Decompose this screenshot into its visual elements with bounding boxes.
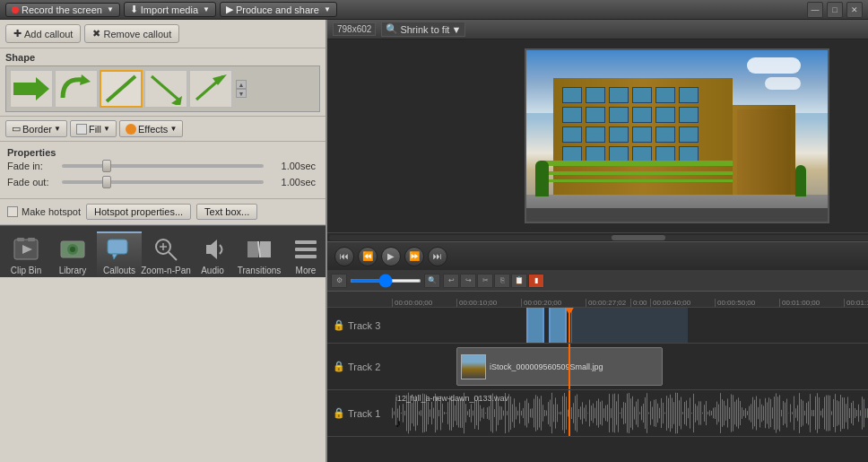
tl-paste-btn[interactable]: 📋 — [511, 274, 527, 288]
fill-btn[interactable]: Fill ▼ — [70, 120, 117, 137]
fade-out-thumb[interactable] — [102, 176, 111, 188]
svg-rect-21 — [260, 241, 271, 257]
record-btn[interactable]: Record the screen ▼ — [5, 3, 120, 17]
more-label: More — [296, 266, 317, 275]
fade-in-label: Fade in: — [7, 161, 56, 171]
tool-callouts[interactable]: Callouts — [97, 231, 142, 277]
tl-redo-btn[interactable]: ↪ — [460, 274, 476, 288]
add-callout-button[interactable]: ✚ Add callout — [5, 24, 81, 43]
zoom-n-pan-icon — [152, 235, 180, 264]
add-icon: ✚ — [13, 28, 22, 39]
svg-rect-9 — [28, 238, 35, 241]
rewind-btn[interactable]: ⏪ — [358, 247, 378, 266]
tool-more[interactable]: More — [283, 233, 328, 277]
tool-audio[interactable]: Audio — [190, 233, 235, 277]
shape-scroll: ▲ ▼ — [236, 80, 247, 98]
fade-out-unit: sec — [300, 177, 318, 187]
track-3-label: 🔒 Track 3 — [327, 319, 392, 331]
preview-image-area — [327, 39, 868, 232]
ruler-mark-1: 00:00:10;00 — [456, 299, 521, 307]
fade-in-thumb[interactable] — [102, 160, 111, 172]
fade-in-row: Fade in: 1.00 sec — [7, 161, 318, 171]
produce-btn[interactable]: ▶ Produce and share ▼ — [220, 2, 337, 17]
shape-arrow-right[interactable] — [10, 70, 53, 108]
tl-settings-btn[interactable]: ⚙ — [331, 274, 347, 288]
track-1-content[interactable]: i12_full_a-new-dawn_0133.wav ♪ — [392, 390, 868, 436]
image-clip[interactable]: iStock_000009560509Small.jpg — [456, 347, 663, 386]
scroll-up-btn[interactable]: ▲ — [236, 80, 247, 89]
callout-region[interactable] — [571, 308, 688, 343]
timeline-ruler: 00:00:00;00 00:00:10;00 00:00:20;00 00:0… — [327, 292, 868, 308]
shape-curved-arrow[interactable] — [55, 70, 98, 108]
shape-section: Shape — [0, 48, 326, 117]
track-1-lock-icon: 🔒 — [333, 407, 345, 419]
playhead-t1 — [569, 390, 570, 436]
border-btn[interactable]: ▭ Border ▼ — [5, 120, 67, 137]
tl-cut-btn[interactable]: ✂ — [477, 274, 493, 288]
fade-in-slider[interactable] — [62, 164, 264, 168]
shape-line-diagonal[interactable] — [100, 70, 143, 108]
playhead[interactable] — [569, 308, 570, 343]
shape-arrow-diagonal-up[interactable] — [189, 70, 232, 108]
tool-transitions[interactable]: Transitions — [237, 233, 282, 277]
produce-label: Produce and share — [236, 4, 319, 15]
fade-out-slider[interactable] — [62, 180, 264, 184]
shape-arrow-diagonal-down[interactable] — [144, 70, 187, 108]
callout-marker-1[interactable] — [526, 308, 544, 343]
tl-zoom-in-btn[interactable]: 🔍 — [424, 274, 440, 288]
audio-icon — [198, 235, 227, 264]
svg-line-17 — [169, 252, 177, 260]
fast-forward-btn[interactable]: ⏩ — [404, 247, 424, 266]
track-3-content[interactable] — [392, 308, 868, 343]
remove-callout-label: Remove callout — [103, 29, 171, 39]
scroll-down-btn[interactable]: ▼ — [236, 89, 247, 98]
effects-label: Effects — [138, 124, 168, 135]
svg-marker-0 — [13, 77, 49, 100]
track-3: 🔒 Track 3 — [327, 308, 868, 344]
timeline-controls: ⚙ 🔍 ↩ ↪ ✂ ⎘ 📋 ▮ — [327, 270, 868, 292]
tl-copy-btn[interactable]: ⎘ — [494, 274, 510, 288]
audio-label: Audio — [201, 266, 224, 275]
callout-marker-2[interactable] — [549, 308, 567, 343]
track-2-lock-icon: 🔒 — [333, 361, 345, 372]
skip-back-btn[interactable]: ⏮ — [334, 247, 354, 266]
remove-callout-button[interactable]: ✖ Remove callout — [84, 24, 179, 43]
maximize-btn[interactable]: □ — [827, 2, 843, 18]
clip-bin-icon — [12, 235, 40, 264]
ruler-marks: 00:00:00;00 00:00:10;00 00:00:20;00 00:0… — [392, 299, 868, 307]
tool-zoom-n-pan[interactable]: Zoom-n-Pan — [143, 233, 188, 277]
close-btn[interactable]: ✕ — [846, 2, 863, 18]
audio-clip-label: i12_full_a-new-dawn_0133.wav — [395, 394, 508, 403]
skip-forward-btn[interactable]: ⏭ — [428, 247, 447, 266]
preview-hscroll[interactable] — [327, 232, 868, 241]
make-hotspot-checkbox[interactable] — [7, 206, 18, 217]
rec-dot-icon — [12, 6, 19, 13]
make-hotspot-checkbox-label[interactable]: Make hotspot — [7, 206, 81, 217]
effects-btn[interactable]: Effects ▼ — [119, 120, 183, 137]
track-1-label: 🔒 Track 1 — [327, 407, 392, 419]
ruler-mark-4: 0:00 — [630, 299, 650, 307]
tl-zoom-slider[interactable] — [350, 279, 421, 283]
ruler-mark-7: 00:01:00;00 — [779, 299, 844, 307]
magnifier-icon: 🔍 — [386, 23, 398, 35]
svg-rect-25 — [295, 255, 317, 258]
top-bar-right: — □ ✕ — [807, 2, 863, 18]
hotspot-properties-btn[interactable]: Hotspot properties... — [86, 204, 191, 220]
text-box-btn[interactable]: Text box... — [196, 204, 257, 220]
import-btn[interactable]: ⬇ Import media ▼ — [124, 2, 216, 17]
fade-in-unit: sec — [300, 161, 318, 171]
fit-dropdown[interactable]: 🔍 Shrink to fit ▼ — [381, 22, 465, 37]
tl-clip-btn[interactable]: ▮ — [528, 274, 544, 288]
main-layout: ✚ Add callout ✖ Remove callout Shape — [0, 20, 868, 462]
minimize-btn[interactable]: — — [807, 2, 823, 18]
play-btn[interactable]: ▶ — [381, 247, 401, 266]
fill-label: Fill — [89, 124, 101, 135]
track-2-content[interactable]: iStock_000009560509Small.jpg — [392, 344, 868, 389]
tool-clip-bin[interactable]: Clip Bin — [4, 233, 48, 277]
fade-out-value: 1.00 — [269, 177, 300, 187]
tl-undo-btn[interactable]: ↩ — [443, 274, 459, 288]
tool-library[interactable]: Library — [50, 233, 95, 277]
produce-icon: ▶ — [226, 4, 233, 15]
clip-thumbnail — [461, 354, 486, 379]
track-2-name: Track 2 — [348, 362, 380, 372]
